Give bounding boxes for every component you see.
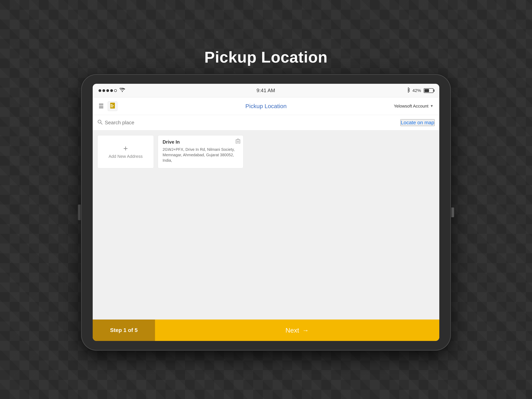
- status-right: 42%: [407, 87, 433, 94]
- app-header-title: Pickup Location: [245, 103, 287, 109]
- next-label: Next: [285, 327, 299, 334]
- search-input-wrapper: [97, 119, 400, 126]
- header-wrapper: ☰ Pickup Location Yelowsoft Account ▼: [99, 101, 433, 111]
- add-plus-icon: +: [123, 145, 128, 152]
- page-title: Pickup Location: [204, 48, 328, 66]
- search-bar-container: Locate on map: [93, 115, 439, 130]
- signal-dots: [99, 89, 117, 92]
- app-header: ☰ Pickup Location Yelowsoft Account ▼: [93, 97, 439, 115]
- svg-rect-2: [111, 105, 114, 106]
- next-button[interactable]: Next →: [155, 320, 439, 341]
- account-label: Yelowsoft Account: [394, 104, 428, 109]
- dropdown-arrow-icon: ▼: [430, 104, 433, 108]
- battery-icon: [424, 88, 433, 93]
- signal-dot-5: [114, 89, 117, 92]
- battery-fill: [424, 89, 429, 92]
- tablet-frame: 9:41 AM 42% ☰: [81, 74, 451, 351]
- svg-rect-3: [111, 107, 113, 107]
- signal-dot-4: [110, 89, 113, 92]
- status-bar: 9:41 AM 42%: [93, 84, 439, 97]
- svg-line-5: [101, 123, 102, 124]
- battery-indicator: [424, 88, 433, 93]
- next-arrow-icon: →: [302, 327, 309, 334]
- bottom-bar: Step 1 of 5 Next →: [93, 320, 439, 341]
- signal-dot-2: [102, 89, 105, 92]
- left-side-button: [78, 205, 81, 220]
- search-input[interactable]: [105, 120, 400, 126]
- status-left: [99, 88, 125, 93]
- hamburger-menu-icon[interactable]: ☰: [99, 103, 104, 109]
- add-new-address-card[interactable]: + Add New Address: [97, 135, 154, 168]
- account-selector[interactable]: Yelowsoft Account ▼: [394, 104, 433, 109]
- signal-dot-1: [99, 89, 101, 92]
- content-area: + Add New Address Drive In 2GWJ+PFX, Dri…: [93, 130, 439, 320]
- bluetooth-icon: [407, 87, 410, 94]
- search-icon: [97, 119, 102, 126]
- status-time: 9:41 AM: [256, 87, 275, 94]
- address-name-0: Drive In: [163, 139, 180, 145]
- step-text: Step 1 of 5: [110, 327, 138, 333]
- locate-on-map-button[interactable]: Locate on map: [400, 119, 435, 126]
- app-logo: [108, 101, 117, 111]
- right-side-button: [451, 207, 454, 217]
- step-indicator: Step 1 of 5: [93, 320, 155, 341]
- delete-address-button-0[interactable]: [236, 139, 240, 145]
- address-detail-0: 2GWJ+PFX, Drive In Rd, Nilmani Society,M…: [163, 147, 239, 163]
- battery-percent: 42%: [412, 88, 421, 93]
- wifi-icon: [120, 88, 125, 93]
- svg-rect-1: [111, 104, 113, 105]
- saved-address-card-0[interactable]: Drive In 2GWJ+PFX, Drive In Rd, Nilmani …: [158, 135, 243, 168]
- signal-dot-3: [106, 89, 109, 92]
- tablet-screen: 9:41 AM 42% ☰: [93, 84, 439, 341]
- add-new-address-label: Add New Address: [109, 154, 143, 159]
